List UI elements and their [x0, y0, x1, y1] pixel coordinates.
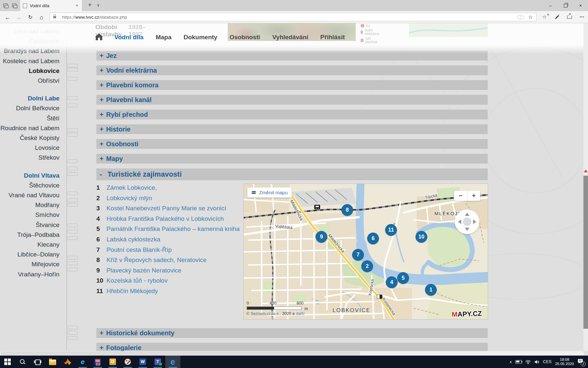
map-marker-9[interactable]: 9 [316, 231, 327, 243]
map-marker-2[interactable]: 2 [361, 260, 373, 272]
mapy-cz-logo[interactable]: MAPY.CZ [452, 309, 482, 318]
tab-close-icon[interactable]: × [74, 3, 79, 9]
home-button[interactable]: ⌂ [37, 13, 46, 21]
language-indicator[interactable]: CES [543, 359, 551, 364]
pan-left-icon[interactable] [458, 219, 461, 224]
section-header-mapy[interactable]: +Mapy [96, 154, 488, 164]
attraction-link[interactable]: Kozelská tůň - rybolov [106, 275, 168, 286]
taskbar-paint-app[interactable] [120, 356, 135, 368]
set-tabs-aside-icon[interactable] [12, 3, 16, 9]
zoom-out-button[interactable]: − [454, 191, 467, 201]
attraction-link[interactable]: Hřebčín Mlékojedy [106, 286, 158, 296]
attraction-link[interactable]: Kostel Nanebevzetí Panny Marie se zvonic… [106, 203, 226, 214]
taskbar-matlab[interactable] [60, 356, 75, 368]
pan-center[interactable] [463, 218, 471, 226]
map-marker-11[interactable]: 11 [385, 224, 397, 236]
hscrollbar-thumb[interactable] [1, 351, 360, 355]
minimize-button[interactable]: – [543, 0, 558, 11]
sidebar-item-vran-nad-vltavou[interactable]: Vrané nad Vltavou [0, 190, 59, 200]
map-marker-4[interactable]: 4 [386, 276, 398, 288]
sidebar-item--t-chovice[interactable]: Štěchovice [0, 181, 59, 190]
taskbar-floppy-app[interactable] [90, 356, 105, 368]
map-pan-control[interactable] [455, 209, 480, 234]
taskbar-word[interactable]: W [135, 356, 150, 368]
url-field[interactable]: https://www.lvvc.cz/databaze.php ☆ [50, 13, 536, 21]
sidebar-item-ob-stv-[interactable]: Obříství [0, 76, 59, 86]
refresh-button[interactable]: ↻ [25, 13, 35, 21]
attraction-link[interactable]: Poutní cesta Blaník-Říp [106, 245, 172, 255]
map-marker-7[interactable]: 7 [352, 249, 364, 261]
nav-item-osobnosti[interactable]: Osobnosti [229, 34, 260, 41]
sidebar-item-mod-any[interactable]: Modřany [0, 200, 59, 210]
taskbar-file-explorer[interactable] [45, 356, 60, 368]
section-header-historie[interactable]: +Historie [96, 124, 488, 134]
sidebar-item-vra-any-ho-n[interactable]: Vraňany–Hořín [0, 270, 59, 279]
section-header-plavebni-komora[interactable]: +Plavební komora [96, 80, 488, 90]
horizontal-scrollbar[interactable] [0, 351, 583, 356]
sidebar-item-lib-ice-dolany[interactable]: Libčice–Dolany [0, 250, 59, 259]
attraction-link[interactable]: Plavecký bazén Neratovice [106, 265, 181, 276]
close-button[interactable]: × [573, 0, 588, 11]
sidebar-item-tr-ja-podbaba[interactable]: Trója–Podbaba [0, 230, 59, 240]
favorite-star-icon[interactable]: ☆ [528, 14, 533, 20]
map-marker-1[interactable]: 1 [425, 284, 437, 296]
forward-button[interactable]: → [14, 13, 24, 21]
nav-item-vyhled-v-n-[interactable]: Vyhledávání [272, 34, 308, 41]
restore-button[interactable] [558, 0, 573, 11]
scrollbar-thumb[interactable] [583, 176, 588, 329]
attraction-link[interactable]: Památník Františka Palackého – kamenná k… [106, 224, 240, 234]
pan-up-icon[interactable] [465, 213, 469, 216]
attraction-link[interactable]: Zámek Lobkovice, [106, 183, 157, 193]
nav-item-vodn-d-la[interactable]: Vodní díla [114, 34, 143, 41]
sidebar-item--tvanice[interactable]: Štvanice [0, 220, 59, 230]
back-button[interactable]: ← [3, 13, 12, 21]
map-marker-6[interactable]: 6 [367, 233, 379, 244]
nav-item-mapa[interactable]: Mapa [155, 34, 172, 41]
sidebar-item-sm-chov[interactable]: Smíchov [0, 210, 59, 220]
nav-item-dokumenty[interactable]: Dokumenty [184, 34, 217, 41]
reading-view-icon[interactable] [518, 15, 524, 19]
nav-item-p-ihl-sit[interactable]: Přihlásit [320, 34, 345, 41]
sidebar-item-kostelec-nad-labem[interactable]: Kostelec nad Labem [0, 56, 59, 66]
sidebar-item--esk-kopisty[interactable]: České Kopisty [0, 133, 59, 143]
sidebar-item-doln-be-kovice[interactable]: Dolní Beřkovice [0, 103, 59, 113]
change-map-button[interactable]: Změnit mapu [247, 187, 292, 198]
nav-home-icon[interactable] [96, 37, 102, 40]
section-header-historicke-dokumenty[interactable]: +Historické dokumenty [96, 328, 488, 338]
pan-right-icon[interactable] [473, 219, 476, 224]
browser-tab[interactable]: Vodní díla × [20, 0, 82, 11]
battery-icon[interactable] [515, 360, 522, 364]
taskbar-outlook[interactable]: O [105, 356, 120, 368]
map-marker-10[interactable]: 10 [416, 231, 427, 243]
more-menu-icon[interactable]: ••• [580, 15, 585, 19]
action-center-icon[interactable]: 2 [578, 359, 583, 365]
sidebar-item-lobkovice[interactable]: Lobkovice [0, 66, 59, 76]
taskbar-teams[interactable]: T [150, 356, 165, 368]
attribution-more-link[interactable]: další [296, 311, 304, 316]
vertical-scrollbar[interactable] [583, 23, 588, 351]
pan-down-icon[interactable] [465, 228, 469, 231]
attraction-link[interactable]: Lobkovický mlýn [106, 193, 152, 203]
wifi-icon[interactable] [525, 360, 531, 364]
section-header-turisticke-zajimavosti[interactable]: - Turistické zajímavosti [96, 168, 488, 180]
share-icon[interactable] [567, 15, 572, 19]
sidebar-item-klecany[interactable]: Klecany [0, 240, 59, 250]
taskbar-internet-explorer[interactable]: e [75, 356, 90, 368]
speaker-icon[interactable] [534, 360, 539, 364]
attraction-link[interactable]: Kříž v Řepových sadech, Neratovice [106, 255, 206, 265]
map[interactable]: TišickáMládežnickáVojtěšskáMládežnickání… [244, 184, 488, 319]
attraction-link[interactable]: Hrobka Františka Palackého v Lobkovicích [106, 214, 224, 224]
taskbar-task-view[interactable] [30, 356, 45, 368]
section-header-vodni-elektrarna[interactable]: +Vodní elektrárna [96, 65, 488, 75]
zoom-in-button[interactable]: + [467, 191, 481, 201]
sidebar-item-st-ekov[interactable]: Střekov [0, 153, 59, 163]
map-marker-8[interactable]: 8 [341, 204, 353, 216]
sidebar-item-mi-ejovice[interactable]: Miřejovice [0, 259, 59, 269]
section-header-rybi-prechod[interactable]: +Rybí přechod [96, 110, 488, 119]
section-header-osobnosti[interactable]: +Osobnosti [96, 139, 488, 149]
taskbar-start[interactable] [0, 356, 15, 368]
taskbar-edge[interactable]: e [165, 356, 180, 368]
taskbar-search[interactable] [15, 356, 30, 368]
sidebar-item-lovosice[interactable]: Lovosice [0, 143, 59, 153]
sidebar-item-roudnice-nad-labem[interactable]: Roudnice nad Labem [0, 123, 59, 133]
